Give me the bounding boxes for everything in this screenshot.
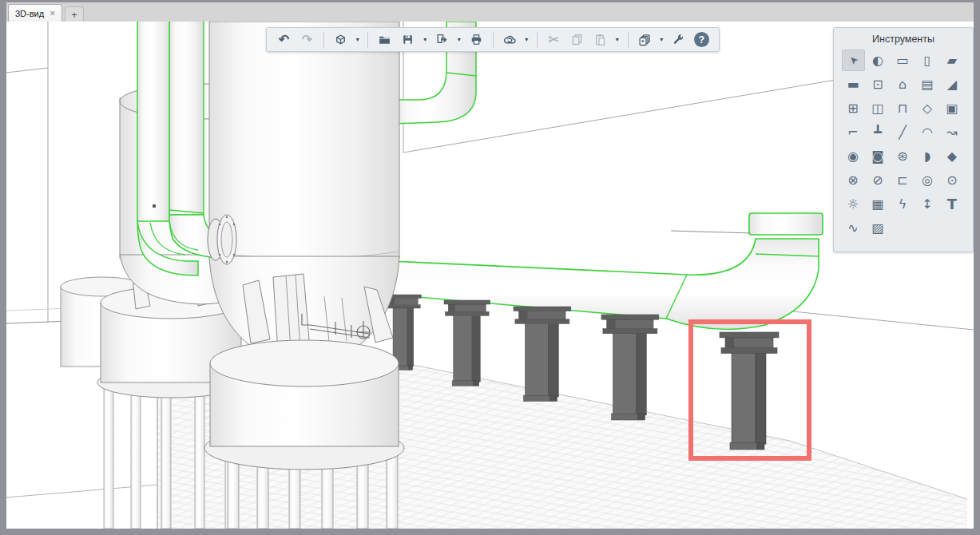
help-button[interactable]: ? <box>691 30 712 50</box>
tool-window[interactable]: ⊞ <box>842 97 865 119</box>
cloud-sync-dropdown[interactable]: ▾ <box>522 30 531 50</box>
drawing-sheets-dropdown[interactable]: ▾ <box>657 30 666 50</box>
tool-pedestal[interactable]: ┻ <box>867 121 890 143</box>
tool-electric-panel[interactable]: ▦ <box>867 193 890 215</box>
roof-icon: ⌂ <box>899 77 907 92</box>
beam-icon: ▰ <box>947 53 957 68</box>
scene-3d[interactable] <box>6 22 974 529</box>
tool-furniture-table[interactable]: ⊓ <box>891 97 915 119</box>
tool-roof[interactable]: ⌂ <box>891 73 915 95</box>
tool-duct-fittings[interactable]: ⊘ <box>867 169 890 191</box>
tool-luminaire[interactable]: ☼ <box>842 193 865 215</box>
pipe-tap-dot <box>153 204 156 208</box>
tool-equipment[interactable]: ◙ <box>867 145 890 167</box>
print-button[interactable] <box>466 30 487 50</box>
export-icon <box>435 33 449 46</box>
tab-close-icon[interactable]: × <box>50 9 55 18</box>
drawing-sheets-icon <box>637 33 652 47</box>
tool-ramp[interactable]: ◢ <box>941 73 964 95</box>
tool-stairs[interactable]: ▤ <box>916 73 939 95</box>
tool-element[interactable]: ◇ <box>916 97 939 119</box>
app-window: 3D-вид × + <box>0 0 980 535</box>
tool-pipe[interactable]: ◗ <box>916 145 939 167</box>
toolbar-separator <box>367 32 368 48</box>
export-button[interactable] <box>431 30 453 50</box>
redo-button[interactable]: ↷ <box>296 30 318 50</box>
tool-fan[interactable]: ⊗ <box>842 169 865 191</box>
furniture-table-icon: ⊓ <box>898 101 907 116</box>
tool-text[interactable]: T <box>941 193 964 215</box>
tool-door[interactable]: ◫ <box>867 97 890 119</box>
tool-wall[interactable]: ▭ <box>891 50 915 71</box>
power-supply-icon: ϟ <box>899 196 907 212</box>
cloud-sync-icon <box>502 33 517 47</box>
tool-power-supply[interactable]: ϟ <box>891 193 915 215</box>
air-diffuser-icon: ◎ <box>922 172 933 188</box>
print-icon <box>470 33 483 46</box>
open-button[interactable] <box>374 30 395 50</box>
new-tab-button[interactable]: + <box>65 6 84 22</box>
column-icon: ▯ <box>924 53 931 68</box>
toolbar-separator <box>537 32 538 48</box>
tool-arc-wall[interactable]: ◠ <box>916 121 939 143</box>
tool-line[interactable]: ╱ <box>891 121 915 143</box>
tool-spline-route[interactable]: ∿ <box>842 217 865 239</box>
paste-dropdown[interactable]: ▾ <box>613 30 622 50</box>
tool-floor[interactable]: ▬ <box>842 73 865 95</box>
tool-object-styles[interactable]: ◐ <box>867 50 890 71</box>
save-button[interactable] <box>397 30 419 50</box>
view-cube-button[interactable] <box>330 30 351 50</box>
hatch-icon: ▨ <box>871 220 883 236</box>
toolbar-separator <box>628 32 629 48</box>
cut-button[interactable]: ✂ <box>543 30 565 50</box>
tools-panel: Инструменты ➤◐▭▯▰▬⊡⌂▤◢⊞◫⊓◇▣⌐┻╱◠↝◉◙⊛◗◆⊗⊘⊏… <box>833 27 974 252</box>
save-dropdown[interactable]: ▾ <box>420 30 430 50</box>
tool-route[interactable]: ↝ <box>941 121 964 143</box>
tool-select[interactable]: ➤ <box>842 50 865 71</box>
undo-button[interactable]: ↶ <box>273 30 295 50</box>
pipe-flange-collar[interactable] <box>749 213 823 235</box>
tool-beam[interactable]: ▰ <box>941 50 964 71</box>
settings-wrench-button[interactable] <box>668 30 689 50</box>
tool-air-diffuser[interactable]: ◎ <box>916 169 939 191</box>
assembly-icon: ▣ <box>946 101 958 116</box>
tool-socket[interactable]: ⊙ <box>941 169 964 191</box>
save-icon <box>401 33 415 46</box>
vessel-front[interactable] <box>204 22 404 529</box>
tool-pipe-accessory[interactable]: ◆ <box>941 145 964 167</box>
redo-icon: ↷ <box>302 32 312 47</box>
wrench-icon <box>672 33 685 46</box>
paste-icon <box>593 33 607 46</box>
duct-fittings-icon: ⊘ <box>872 172 883 188</box>
tool-plumbing-fixture[interactable]: ◉ <box>842 145 865 167</box>
drawing-sheets-button[interactable] <box>633 30 655 50</box>
paste-button[interactable] <box>589 30 611 50</box>
tab-3d-view[interactable]: 3D-вид × <box>8 4 62 22</box>
tool-pipe-fittings[interactable]: ⊛ <box>891 145 915 167</box>
element-icon: ◇ <box>922 101 932 116</box>
viewport-3d[interactable]: ↶ ↷ ▾ <box>6 22 974 529</box>
tool-corner-element[interactable]: ⌐ <box>842 121 865 143</box>
ramp-icon: ◢ <box>947 77 957 92</box>
cloud-sync-button[interactable] <box>498 30 520 50</box>
tool-assembly[interactable]: ▣ <box>941 97 964 119</box>
pipe-accessory-icon: ◆ <box>947 149 957 164</box>
view-cube-dropdown[interactable]: ▾ <box>353 30 363 50</box>
tool-duct[interactable]: ⊏ <box>891 169 915 191</box>
tools-panel-title: Инструменты <box>834 34 973 45</box>
export-dropdown[interactable]: ▾ <box>454 30 464 50</box>
spline-route-icon: ∿ <box>847 220 858 236</box>
copy-button[interactable] <box>566 30 588 50</box>
nozzle-flange[interactable] <box>208 215 236 264</box>
tool-hatch[interactable]: ▨ <box>867 217 890 239</box>
tool-column[interactable]: ▯ <box>916 50 939 71</box>
main-toolbar: ↶ ↷ ▾ <box>266 27 720 52</box>
tool-opening[interactable]: ⊡ <box>867 73 890 95</box>
dimension-icon: ↕ <box>922 196 932 212</box>
pedestal-icon: ┻ <box>874 125 882 140</box>
toolbar-separator <box>493 32 494 48</box>
help-icon: ? <box>694 32 709 47</box>
equipment-icon: ◙ <box>871 149 884 164</box>
tool-dimension[interactable]: ↕ <box>916 193 939 215</box>
door-icon: ◫ <box>871 101 883 116</box>
